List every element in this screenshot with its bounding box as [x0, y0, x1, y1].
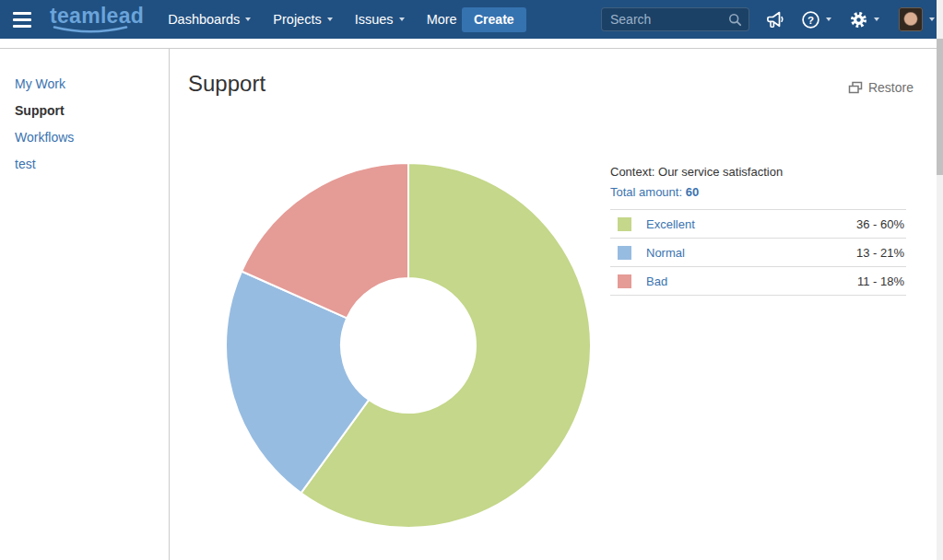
- search-box: [601, 7, 749, 31]
- announcements-button[interactable]: [765, 10, 785, 29]
- chevron-down-icon: [826, 18, 831, 21]
- nav-item-label: More: [427, 12, 457, 27]
- search-icon[interactable]: [728, 13, 742, 27]
- gear-icon: [849, 10, 868, 29]
- legend-value: 11 - 18%: [857, 274, 906, 288]
- legend-value: 36 - 60%: [856, 217, 906, 231]
- avatar: [899, 7, 923, 31]
- restore-button[interactable]: Restore: [843, 79, 919, 96]
- chevron-down-icon: [929, 18, 935, 21]
- settings-menu-button[interactable]: [849, 10, 879, 29]
- sidebar-item-support[interactable]: Support: [15, 104, 169, 118]
- legend-swatch-bad: [618, 274, 631, 288]
- nav-menu: DashboardsProjectsIssuesMore: [168, 12, 468, 27]
- chart-context-label: Context: Our service satisfaction: [610, 165, 906, 179]
- total-amount-value: 60: [686, 185, 699, 199]
- menu-icon[interactable]: [13, 12, 31, 28]
- total-amount-label: Total amount:: [610, 185, 682, 199]
- legend-label[interactable]: Normal: [646, 246, 685, 260]
- logo-text: teamlead: [50, 4, 144, 28]
- donut-chart: [224, 161, 593, 530]
- restore-label: Restore: [868, 80, 914, 95]
- restore-icon: [848, 81, 863, 94]
- legend-table: Excellent36 - 60%Normal13 - 21%Bad11 - 1…: [610, 209, 906, 296]
- logo[interactable]: teamlead: [50, 4, 144, 35]
- legend-row-excellent: Excellent36 - 60%: [610, 210, 906, 239]
- legend-swatch-normal: [618, 246, 631, 260]
- legend-row-bad: Bad11 - 18%: [610, 267, 906, 296]
- chevron-down-icon: [245, 18, 251, 21]
- chart-total-label: Total amount: 60: [610, 185, 906, 199]
- chevron-down-icon: [327, 18, 333, 21]
- legend-value: 13 - 21%: [856, 246, 906, 260]
- top-navbar: teamlead DashboardsProjectsIssuesMore Cr…: [0, 0, 937, 39]
- donut-chart-wrap: [224, 161, 593, 530]
- vertical-scrollbar: [937, 0, 943, 560]
- nav-item-issues[interactable]: Issues: [355, 12, 405, 27]
- nav-item-dashboards[interactable]: Dashboards: [168, 12, 251, 27]
- chart-legend: Context: Our service satisfaction Total …: [610, 165, 906, 296]
- logo-swoosh-icon: [52, 26, 129, 35]
- sidebar-item-workflows[interactable]: Workflows: [15, 131, 169, 145]
- nav-item-label: Issues: [355, 12, 394, 27]
- sidebar-item-test[interactable]: test: [15, 158, 169, 171]
- chevron-down-icon: [399, 18, 405, 21]
- user-menu-button[interactable]: [899, 7, 935, 31]
- megaphone-icon: [765, 10, 785, 29]
- navbar-icons: ?: [765, 0, 935, 39]
- legend-row-normal: Normal13 - 21%: [610, 239, 906, 267]
- svg-text:?: ?: [807, 14, 814, 25]
- help-icon: ?: [801, 10, 820, 29]
- nav-item-projects[interactable]: Projects: [273, 12, 332, 27]
- help-menu-button[interactable]: ?: [801, 10, 831, 29]
- nav-item-label: Dashboards: [168, 12, 240, 27]
- page-title: Support: [188, 71, 265, 97]
- nav-item-label: Projects: [273, 12, 321, 27]
- legend-label[interactable]: Excellent: [646, 217, 695, 231]
- sidebar-list: My WorkSupportWorkflowstest: [0, 77, 169, 171]
- sidebar-item-my-work[interactable]: My Work: [15, 77, 169, 91]
- chevron-down-icon: [874, 18, 879, 21]
- sidebar: My WorkSupportWorkflowstest: [0, 49, 170, 560]
- legend-swatch-excellent: [618, 217, 631, 231]
- search-input[interactable]: [602, 12, 728, 27]
- scrollbar-thumb[interactable]: [937, 39, 943, 175]
- create-button[interactable]: Create: [462, 7, 526, 32]
- legend-label[interactable]: Bad: [646, 274, 667, 288]
